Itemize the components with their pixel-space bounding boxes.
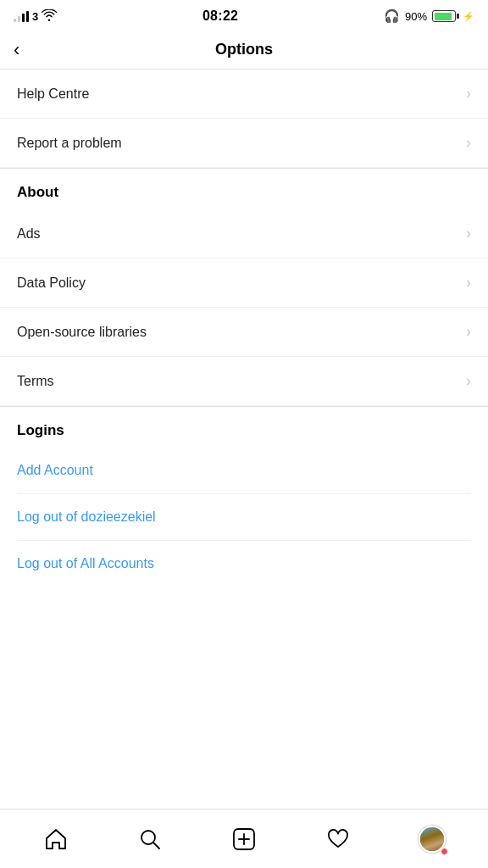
page-title: Options bbox=[215, 41, 273, 58]
content: Help Centre › Report a problem › About A… bbox=[0, 70, 488, 654]
add-account-button[interactable]: Add Account bbox=[17, 448, 471, 494]
nav-profile[interactable] bbox=[411, 818, 453, 860]
battery-bolt-icon: ⚡ bbox=[463, 11, 474, 22]
menu-item-terms[interactable]: Terms › bbox=[0, 357, 488, 406]
chevron-right-icon: › bbox=[466, 134, 471, 152]
headphone-icon: 🎧 bbox=[384, 8, 400, 24]
chevron-right-icon: › bbox=[466, 85, 471, 103]
wifi-icon bbox=[42, 9, 57, 24]
nav-search[interactable] bbox=[129, 818, 171, 860]
menu-item-help-centre-label: Help Centre bbox=[17, 86, 89, 102]
logins-section-title: Logins bbox=[17, 422, 64, 438]
notification-dot bbox=[441, 848, 448, 855]
bottom-nav bbox=[0, 809, 488, 868]
bottom-spacer bbox=[0, 587, 488, 654]
header: ‹ Options bbox=[0, 31, 488, 70]
chevron-right-icon: › bbox=[466, 323, 471, 341]
status-right: 🎧 90% ⚡ bbox=[384, 8, 474, 24]
login-actions: Add Account Log out of dozieezekiel Log … bbox=[0, 448, 488, 587]
about-section: About Ads › Data Policy › Open-source li… bbox=[0, 169, 488, 406]
status-time: 08:22 bbox=[202, 8, 238, 24]
about-section-header: About bbox=[0, 169, 488, 209]
logout-dozieezekiel-button[interactable]: Log out of dozieezekiel bbox=[17, 494, 471, 541]
chevron-right-icon: › bbox=[466, 372, 471, 390]
signal-icon bbox=[14, 10, 29, 22]
carrier-label: 3 bbox=[32, 10, 38, 23]
about-section-title: About bbox=[17, 184, 58, 200]
menu-item-ads[interactable]: Ads › bbox=[0, 209, 488, 259]
menu-item-data-policy-label: Data Policy bbox=[17, 275, 86, 291]
support-section: Help Centre › Report a problem › bbox=[0, 70, 488, 168]
menu-item-data-policy[interactable]: Data Policy › bbox=[0, 259, 488, 308]
menu-item-ads-label: Ads bbox=[17, 226, 41, 242]
status-left: 3 bbox=[14, 9, 57, 24]
battery-percent: 90% bbox=[405, 10, 427, 23]
menu-item-report-problem[interactable]: Report a problem › bbox=[0, 119, 488, 168]
menu-item-report-problem-label: Report a problem bbox=[17, 136, 122, 151]
search-icon bbox=[138, 827, 162, 851]
nav-home[interactable] bbox=[35, 818, 77, 860]
menu-item-open-source[interactable]: Open-source libraries › bbox=[0, 308, 488, 357]
battery-icon bbox=[432, 10, 456, 22]
home-icon bbox=[44, 827, 68, 851]
back-button[interactable]: ‹ bbox=[14, 41, 19, 59]
logins-section: Logins Add Account Log out of dozieezeki… bbox=[0, 407, 488, 587]
nav-activity[interactable] bbox=[317, 818, 359, 860]
nav-new-post[interactable] bbox=[223, 818, 265, 860]
chevron-right-icon: › bbox=[466, 274, 471, 292]
menu-item-help-centre[interactable]: Help Centre › bbox=[0, 70, 488, 119]
logins-section-header: Logins bbox=[0, 407, 488, 448]
svg-line-1 bbox=[153, 843, 159, 849]
menu-item-terms-label: Terms bbox=[17, 374, 54, 389]
heart-icon bbox=[326, 827, 350, 851]
menu-item-open-source-label: Open-source libraries bbox=[17, 325, 147, 340]
plus-square-icon bbox=[232, 827, 256, 851]
logout-all-accounts-button[interactable]: Log out of All Accounts bbox=[17, 541, 471, 587]
status-bar: 3 08:22 🎧 90% ⚡ bbox=[0, 0, 488, 31]
chevron-right-icon: › bbox=[466, 225, 471, 242]
